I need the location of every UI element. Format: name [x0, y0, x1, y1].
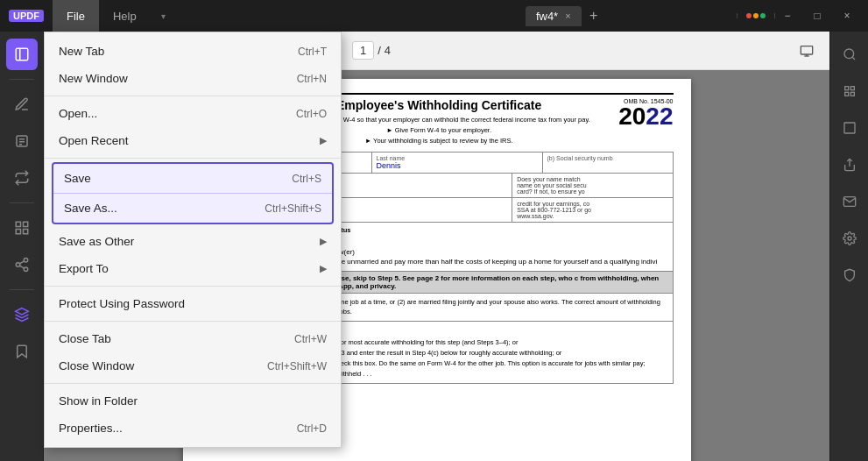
logo-text: UPDF — [9, 10, 44, 22]
menu-item-close-window[interactable]: Close Window Ctrl+Shift+W — [45, 352, 341, 379]
file-dropdown-menu: New Tab Ctrl+T New Window Ctrl+N Open...… — [44, 32, 342, 448]
sidebar-divider-1 — [10, 79, 34, 80]
svg-line-27 — [852, 57, 855, 60]
menu-item-save[interactable]: Save Ctrl+S — [53, 164, 332, 194]
open-recent-label: Open Recent — [59, 134, 316, 147]
svg-point-10 — [24, 259, 28, 263]
pdf-ssn-value — [547, 161, 668, 170]
menu-item-properties[interactable]: Properties... Ctrl+D — [45, 415, 341, 442]
pdf-year: 2022 — [603, 104, 674, 129]
new-tab-label: New Tab — [59, 45, 298, 58]
menu-item-open-recent[interactable]: Open Recent ▶ — [45, 127, 341, 154]
add-tab-button[interactable]: + — [582, 4, 606, 28]
maximize-button[interactable]: □ — [805, 6, 829, 25]
right-search-button[interactable] — [834, 39, 865, 70]
menu-item-new-window[interactable]: New Window Ctrl+N — [45, 65, 341, 92]
right-settings-button[interactable] — [834, 223, 865, 254]
svg-rect-7 — [23, 222, 27, 226]
close-tab-shortcut: Ctrl+W — [294, 333, 327, 345]
menu-item-show-folder[interactable]: Show in Folder — [45, 387, 341, 415]
save-other-label: Save as Other — [59, 235, 316, 248]
sidebar-icon-form[interactable] — [6, 125, 38, 157]
doc-tab-name: fw4* — [536, 10, 558, 23]
total-pages: 4 — [385, 44, 391, 57]
save-shortcut: Ctrl+S — [292, 173, 321, 185]
save-group: Save Ctrl+S Save As... Ctrl+Shift+S — [52, 162, 334, 224]
export-to-label: Export To — [59, 262, 316, 275]
svg-rect-8 — [16, 230, 20, 234]
title-tabs: File Help ▾ — [53, 0, 395, 32]
right-mail-button[interactable] — [834, 186, 865, 217]
svg-rect-6 — [16, 222, 20, 226]
open-shortcut: Ctrl+O — [296, 108, 327, 120]
right-crop-button[interactable] — [834, 112, 865, 144]
protect-password-label: Protect Using Password — [59, 297, 327, 310]
menu-item-save-as[interactable]: Save As... Ctrl+Shift+S — [53, 194, 332, 223]
pdf-last-name-label: Last name — [377, 155, 538, 161]
menu-item-close-tab[interactable]: Close Tab Ctrl+W — [45, 325, 341, 352]
separator-3 — [45, 286, 341, 287]
menu-item-open[interactable]: Open... Ctrl+O — [45, 100, 341, 127]
sidebar-icon-convert[interactable] — [6, 162, 38, 194]
menu-item-save-other[interactable]: Save as Other ▶ — [45, 228, 341, 255]
sidebar-divider-3 — [10, 289, 34, 290]
menu-arrow[interactable]: ▾ — [151, 0, 177, 32]
separator-5 — [45, 383, 341, 384]
file-tab-label: File — [67, 10, 85, 23]
wuu-dot-orange — [753, 13, 759, 18]
pdf-note-3: card? If not, to ensure yo — [517, 188, 667, 195]
close-window-button[interactable]: × — [835, 6, 859, 25]
pdf-ssn-field: (b) Social security numb — [543, 152, 673, 173]
right-protect-button[interactable] — [834, 259, 865, 291]
main-layout: New Tab Ctrl+T New Window Ctrl+N Open...… — [0, 32, 868, 461]
pdf-last-name-value: Dennis — [377, 161, 538, 170]
open-label: Open... — [59, 107, 296, 120]
menu-item-protect-password[interactable]: Protect Using Password — [45, 290, 341, 317]
right-share-button[interactable] — [834, 149, 865, 181]
wuu-dot-green — [760, 13, 766, 18]
show-folder-label: Show in Folder — [59, 394, 327, 408]
pdf-ssn-label: (b) Social security numb — [547, 155, 668, 161]
wuu-logo — [737, 13, 775, 18]
svg-rect-31 — [850, 92, 854, 96]
help-tab-label: Help — [113, 10, 137, 23]
current-page[interactable]: 1 — [352, 41, 374, 60]
svg-line-14 — [19, 261, 24, 264]
separator-2 — [45, 158, 341, 159]
save-other-arrow: ▶ — [320, 236, 327, 247]
help-menu-tab[interactable]: Help — [99, 0, 151, 32]
close-window-shortcut: Ctrl+Shift+W — [267, 360, 327, 372]
wuu-dot-red — [746, 13, 752, 18]
menu-item-export-to[interactable]: Export To ▶ — [45, 255, 341, 282]
sidebar-icon-edit[interactable] — [6, 39, 38, 70]
properties-shortcut: Ctrl+D — [297, 422, 327, 435]
file-menu-tab[interactable]: File — [53, 0, 99, 32]
save-as-shortcut: Ctrl+Shift+S — [265, 202, 321, 215]
sidebar-icon-layers[interactable] — [6, 299, 38, 330]
sidebar-icon-organize[interactable] — [6, 212, 38, 244]
presentation-mode-button[interactable] — [794, 39, 819, 63]
close-window-label: Close Window — [59, 359, 267, 372]
close-doc-tab[interactable]: × — [565, 11, 570, 21]
wuu-dots — [746, 13, 766, 18]
pdf-right-note: Does your name match name on your social… — [512, 174, 672, 197]
svg-rect-23 — [801, 46, 812, 53]
right-ocr-button[interactable] — [834, 75, 865, 107]
document-tab[interactable]: fw4* × — [526, 6, 582, 26]
title-bar: UPDF File Help ▾ fw4* × + − □ × — [0, 0, 868, 32]
svg-point-34 — [848, 237, 851, 240]
sidebar-icon-share[interactable] — [6, 249, 38, 280]
pdf-note-6: www.ssa.gov. — [517, 213, 667, 219]
minimize-button[interactable]: − — [775, 6, 800, 25]
sidebar-icon-bookmark[interactable] — [6, 336, 38, 367]
pdf-note-1: Does your name match — [517, 176, 667, 182]
pdf-right-note-2: credit for your earnings, co SSA at 800-… — [512, 198, 672, 222]
svg-point-12 — [24, 267, 28, 272]
svg-line-13 — [19, 266, 24, 268]
sidebar-icon-annotate[interactable] — [6, 89, 38, 120]
new-tab-shortcut: Ctrl+T — [298, 46, 327, 58]
new-window-label: New Window — [59, 72, 297, 85]
new-window-shortcut: Ctrl+N — [297, 73, 327, 85]
svg-marker-15 — [15, 309, 28, 316]
menu-item-new-tab[interactable]: New Tab Ctrl+T — [45, 38, 341, 65]
